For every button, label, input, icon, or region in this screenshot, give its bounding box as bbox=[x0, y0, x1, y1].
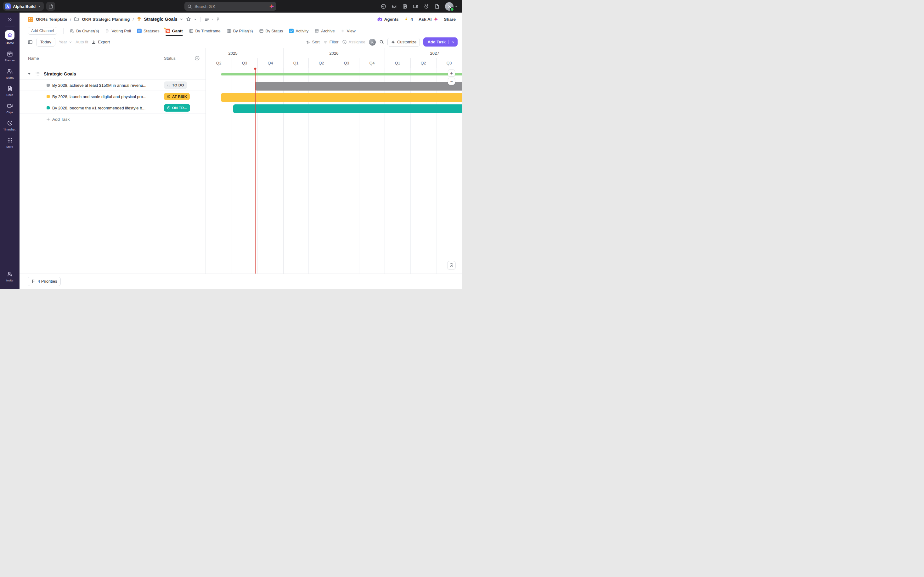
task-name[interactable]: By 2028, launch and scale digital and ph… bbox=[52, 94, 146, 99]
status-badge[interactable]: ON TR... bbox=[164, 104, 190, 112]
sort-button[interactable]: Sort bbox=[306, 40, 320, 44]
task-bar-on-track[interactable] bbox=[233, 105, 462, 113]
tab-statuses[interactable]: Statuses bbox=[137, 26, 160, 36]
status-badge[interactable]: TO DO bbox=[164, 81, 187, 89]
ask-ai-button[interactable]: Ask AI bbox=[418, 17, 438, 22]
status-badge[interactable]: AT RISK bbox=[164, 93, 190, 100]
add-column-button[interactable] bbox=[194, 55, 200, 61]
page-title: Strategic Goals bbox=[144, 17, 177, 22]
today-button[interactable]: Today bbox=[36, 38, 55, 47]
add-task-button[interactable]: Add Task bbox=[423, 37, 457, 47]
tab-by-pillars[interactable]: By Pillar(s) bbox=[226, 26, 253, 36]
tab-gantt[interactable]: Gantt bbox=[166, 26, 183, 36]
sidebar-item-clips[interactable]: Clips bbox=[0, 103, 19, 114]
tab-by-timeframe[interactable]: By Timeframe bbox=[189, 26, 221, 36]
task-status-square[interactable] bbox=[47, 84, 50, 87]
task-name[interactable]: By 2028, achieve at least $150M in annua… bbox=[52, 83, 146, 87]
priorities-pill[interactable]: 4 Priorities bbox=[28, 277, 61, 286]
quick-action-check-icon[interactable] bbox=[381, 4, 386, 9]
board-icon bbox=[226, 29, 231, 33]
add-channel-button[interactable]: Add Channel bbox=[28, 27, 57, 35]
list-icon bbox=[35, 71, 40, 76]
assignee-avatar[interactable] bbox=[369, 39, 376, 45]
tab-by-status[interactable]: By Status bbox=[259, 26, 283, 36]
sidebar-item-home[interactable]: Home bbox=[0, 30, 19, 45]
workspace-switcher[interactable]: Alpha Build bbox=[3, 2, 44, 11]
task-status-square[interactable] bbox=[47, 95, 50, 98]
breadcrumb-folder[interactable]: OKR Strategic Planning bbox=[82, 17, 130, 22]
group-label[interactable]: Strategic Goals bbox=[44, 71, 76, 76]
flag-icon[interactable] bbox=[216, 17, 221, 22]
sidebar-item-planner[interactable]: Planner bbox=[0, 51, 19, 62]
export-button[interactable]: Export bbox=[92, 40, 110, 44]
archive-icon bbox=[314, 29, 319, 33]
zoom-in-button[interactable]: + bbox=[448, 69, 455, 77]
reminders-clock-icon[interactable] bbox=[423, 4, 429, 9]
favorite-star-icon[interactable] bbox=[186, 17, 191, 22]
notepad-icon[interactable] bbox=[402, 4, 407, 9]
sidebar-item-teams[interactable]: Teams bbox=[0, 68, 19, 79]
task-row[interactable]: By 2028, achieve at least $150M in annua… bbox=[19, 79, 205, 91]
agents-button[interactable]: Agents bbox=[377, 17, 399, 22]
task-bar-at-risk[interactable] bbox=[221, 93, 462, 102]
sidebar-expand-button[interactable] bbox=[0, 15, 19, 24]
list-view-icon[interactable] bbox=[205, 17, 209, 22]
chevron-down-icon[interactable] bbox=[194, 18, 197, 21]
inbox-icon[interactable] bbox=[391, 4, 397, 9]
folder-icon bbox=[74, 17, 79, 22]
search-in-view-button[interactable] bbox=[379, 40, 384, 44]
sidebar-item-timesheet[interactable]: Timeshe.. bbox=[0, 120, 19, 131]
filter-button[interactable]: Filter bbox=[323, 40, 339, 44]
add-task-row[interactable]: Add Task bbox=[19, 113, 205, 125]
breadcrumb-root[interactable]: OKRs Template bbox=[36, 17, 67, 22]
year-label: 2027 bbox=[430, 51, 439, 55]
auto-fit-button[interactable]: Auto fit bbox=[76, 40, 88, 44]
clips-video-icon[interactable] bbox=[413, 4, 418, 9]
toggle-sidebar-panel-button[interactable] bbox=[28, 40, 33, 45]
people-icon bbox=[69, 29, 74, 33]
range-select[interactable]: Year bbox=[59, 40, 72, 44]
group-summary-bar[interactable] bbox=[221, 73, 462, 76]
tab-label: By Status bbox=[266, 29, 283, 33]
view-tabs-row: Add Channel By Owner(s) Voting Poll Stat… bbox=[19, 26, 462, 36]
add-view-button[interactable]: View bbox=[341, 26, 355, 36]
divider bbox=[200, 17, 201, 22]
task-status-square[interactable] bbox=[47, 106, 50, 110]
zoom-out-button[interactable]: − bbox=[448, 78, 455, 85]
collapse-caret-icon[interactable] bbox=[27, 72, 31, 76]
task-row[interactable]: By 2028, become the #1 recommended lifes… bbox=[19, 102, 205, 113]
group-row[interactable]: Strategic Goals bbox=[19, 68, 205, 79]
page-title-group[interactable]: Strategic Goals bbox=[137, 17, 183, 22]
privacy-shield-button[interactable] bbox=[447, 261, 456, 269]
search-input[interactable]: Search ⌘K bbox=[184, 2, 276, 11]
sidebar-item-invite[interactable]: Invite bbox=[0, 271, 19, 282]
share-button[interactable]: Share bbox=[444, 17, 456, 22]
sidebar-item-label: More bbox=[6, 145, 13, 148]
task-bar-todo[interactable] bbox=[255, 82, 462, 90]
tab-archive[interactable]: Archive bbox=[314, 26, 334, 36]
chevron-down-icon bbox=[452, 40, 455, 44]
gantt-icon bbox=[166, 29, 170, 33]
tab-label: Activity bbox=[296, 29, 309, 33]
tab-by-owners[interactable]: By Owner(s) bbox=[69, 26, 99, 36]
gear-icon bbox=[391, 40, 395, 44]
gantt-toolbar: Today Year Auto fit Export Sort Filter bbox=[19, 36, 462, 48]
assignee-filter-button[interactable]: Assignee bbox=[342, 40, 365, 44]
tab-activity[interactable]: Activity bbox=[289, 26, 309, 36]
user-menu[interactable] bbox=[445, 2, 457, 11]
tab-voting-poll[interactable]: Voting Poll bbox=[105, 26, 131, 36]
calendar-button[interactable] bbox=[46, 2, 55, 11]
range-value: Year bbox=[59, 40, 67, 44]
sidebar-item-docs[interactable]: Docs bbox=[0, 85, 19, 97]
sidebar-item-label: Teams bbox=[5, 76, 14, 79]
ai-sparkle-icon[interactable] bbox=[270, 4, 274, 9]
boost-counter[interactable]: 4 bbox=[404, 17, 413, 22]
sidebar-item-more[interactable]: More bbox=[0, 137, 19, 148]
year-header-row: 2025 2026 2027 bbox=[206, 48, 462, 58]
caret-down-icon bbox=[27, 72, 31, 76]
customize-button[interactable]: Customize bbox=[388, 38, 420, 47]
task-name[interactable]: By 2028, become the #1 recommended lifes… bbox=[52, 105, 145, 110]
quarter-label: Q4 bbox=[370, 61, 375, 65]
task-row[interactable]: By 2028, launch and scale digital and ph… bbox=[19, 91, 205, 102]
docs-icon[interactable] bbox=[434, 4, 439, 9]
